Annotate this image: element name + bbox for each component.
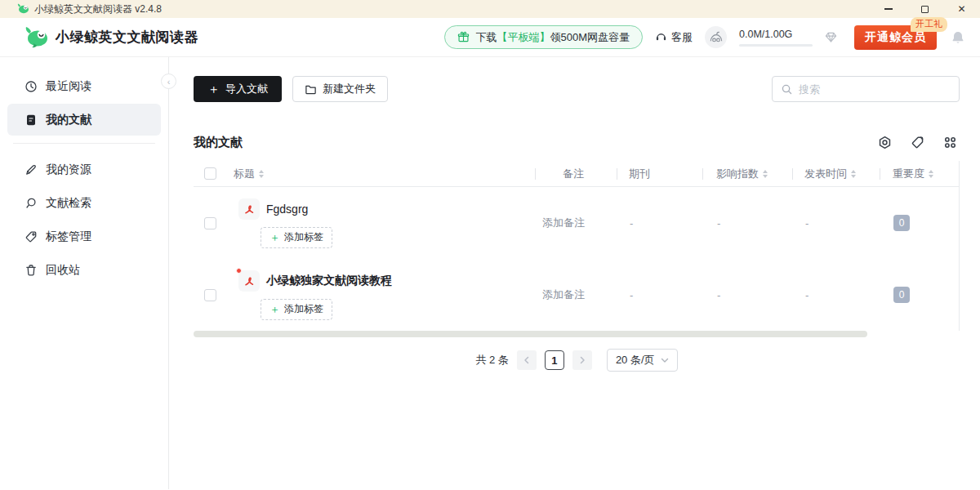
column-label: 备注 xyxy=(563,167,584,181)
tag-icon xyxy=(24,230,38,243)
document-entry: 小绿鲸独家文献阅读教程 ＋ 添加标签 xyxy=(238,270,392,320)
close-icon: ✕ xyxy=(957,4,965,14)
user-avatar[interactable] xyxy=(705,26,727,48)
importance-badge[interactable]: 0 xyxy=(893,215,910,231)
whale-avatar-icon xyxy=(708,29,724,46)
import-documents-button[interactable]: ＋ 导入文献 xyxy=(194,76,282,102)
sidebar: 最近阅读 我的文献 我的资源 文献检 xyxy=(0,57,169,489)
tag-filter-button[interactable] xyxy=(911,136,924,149)
column-header-importance[interactable]: 重要度 xyxy=(880,167,958,181)
column-label: 标题 xyxy=(234,167,255,181)
download-tablet-button[interactable]: 下载【平板端】领500M网盘容量 xyxy=(444,25,643,49)
select-all-checkbox[interactable] xyxy=(204,167,216,180)
prev-page-button[interactable] xyxy=(517,350,537,370)
unread-dot xyxy=(236,268,242,274)
maximize-button[interactable] xyxy=(906,0,943,18)
sidebar-item-document-search[interactable]: 文献检索 xyxy=(7,187,161,219)
close-button[interactable]: ✕ xyxy=(943,0,980,18)
sidebar-item-label: 我的资源 xyxy=(46,163,91,177)
add-note-button[interactable]: 添加备注 xyxy=(542,287,585,302)
document-title[interactable]: 小绿鲸独家文献阅读教程 xyxy=(266,274,392,288)
page-size-select[interactable]: 20 条/页 xyxy=(607,349,678,372)
published-value: - xyxy=(805,289,808,301)
minimize-button[interactable] xyxy=(870,0,906,18)
sidebar-collapse-button[interactable]: ‹ xyxy=(161,74,176,89)
main-content: ＋ 导入文献 新建文件夹 我的文献 xyxy=(169,57,980,489)
sidebar-item-tag-management[interactable]: 标签管理 xyxy=(7,220,161,252)
folder-icon xyxy=(305,83,317,96)
grid-dots-icon xyxy=(943,136,957,149)
add-tag-label: 添加标签 xyxy=(284,302,323,316)
sidebar-item-recycle-bin[interactable]: 回收站 xyxy=(7,254,161,286)
add-tag-label: 添加标签 xyxy=(284,230,323,244)
notification-bell-button[interactable] xyxy=(951,30,965,45)
chevron-left-icon: ‹ xyxy=(167,77,171,87)
customer-service-button[interactable]: 客服 xyxy=(655,30,693,45)
column-header-impact[interactable]: 影响指数 xyxy=(702,167,792,181)
gear-icon xyxy=(878,136,892,149)
chevron-down-icon xyxy=(661,356,669,364)
column-label: 影响指数 xyxy=(716,167,759,181)
row-checkbox[interactable] xyxy=(204,217,216,229)
chevron-left-icon xyxy=(523,356,531,364)
sort-icon[interactable] xyxy=(851,170,856,178)
app-name: 小绿鲸英文文献阅读器 xyxy=(56,28,198,47)
diamond-icon[interactable] xyxy=(825,31,837,43)
new-folder-button[interactable]: 新建文件夹 xyxy=(292,76,388,102)
promo-badge: 开工礼 xyxy=(911,17,947,32)
app-body: 最近阅读 我的文献 我的资源 文献检 xyxy=(0,57,980,489)
storage-usage: 0.0M/1.00G xyxy=(739,29,813,40)
grid-view-button[interactable] xyxy=(943,136,957,149)
maximize-icon xyxy=(921,6,929,13)
total-count: 共 2 条 xyxy=(475,353,508,368)
sidebar-item-label: 标签管理 xyxy=(46,229,91,244)
chevron-right-icon xyxy=(578,356,586,364)
scrollbar-thumb[interactable] xyxy=(194,331,867,337)
document-title[interactable]: Fgdsgrg xyxy=(266,203,308,216)
clock-icon xyxy=(24,80,38,93)
sort-icon[interactable] xyxy=(929,170,933,178)
sort-icon[interactable] xyxy=(259,170,264,178)
display-settings-button[interactable] xyxy=(878,136,892,149)
importance-badge[interactable]: 0 xyxy=(893,287,910,303)
published-value: - xyxy=(805,217,808,229)
table-header: 标题 备注 期刊 影响指数 发表时间 xyxy=(194,161,959,187)
pen-icon xyxy=(24,163,38,176)
storage-progress-bar xyxy=(739,44,813,47)
window-controls: ✕ xyxy=(870,0,980,18)
customer-service-label: 客服 xyxy=(671,30,693,45)
bell-icon xyxy=(951,30,965,45)
plus-icon: ＋ xyxy=(207,82,220,97)
header: 小绿鲸英文文献阅读器 下载【平板端】领500M网盘容量 客服 xyxy=(0,18,980,57)
sidebar-item-my-resources[interactable]: 我的资源 xyxy=(7,154,161,185)
view-tools xyxy=(878,136,960,149)
sort-icon[interactable] xyxy=(763,170,768,178)
column-header-title[interactable]: 标题 xyxy=(194,167,535,181)
sidebar-divider xyxy=(13,143,155,144)
download-label: 下载【平板端】领500M网盘容量 xyxy=(475,30,630,45)
row-checkbox[interactable] xyxy=(204,289,216,301)
search-icon xyxy=(24,197,38,210)
add-tag-button[interactable]: ＋ 添加标签 xyxy=(261,299,332,320)
minimize-icon xyxy=(884,8,893,10)
add-tag-button[interactable]: ＋ 添加标签 xyxy=(261,227,332,248)
page-number[interactable]: 1 xyxy=(545,350,564,370)
search-input[interactable] xyxy=(799,83,951,96)
sidebar-item-recent-reading[interactable]: 最近阅读 xyxy=(7,70,161,102)
search-box xyxy=(772,76,960,102)
sidebar-item-label: 回收站 xyxy=(46,263,80,278)
document-icon xyxy=(24,114,38,127)
gift-icon xyxy=(457,31,470,43)
next-page-button[interactable] xyxy=(572,350,592,370)
pagination: 共 2 条 1 20 条/页 xyxy=(194,349,960,372)
title-cell: Fgdsgrg ＋ 添加标签 xyxy=(194,198,535,248)
column-header-published[interactable]: 发表时间 xyxy=(792,167,880,181)
page-size-value: 20 条/页 xyxy=(616,353,655,368)
add-note-button[interactable]: 添加备注 xyxy=(542,216,585,230)
sidebar-item-my-documents[interactable]: 我的文献 xyxy=(7,104,161,136)
table-row: Fgdsgrg ＋ 添加标签 添加备注 - - - 0 xyxy=(194,187,959,259)
storage-indicator: 0.0M/1.00G xyxy=(739,29,813,47)
column-header-journal: 期刊 xyxy=(617,167,702,181)
sidebar-item-label: 文献检索 xyxy=(46,196,91,211)
column-label: 重要度 xyxy=(893,167,924,181)
